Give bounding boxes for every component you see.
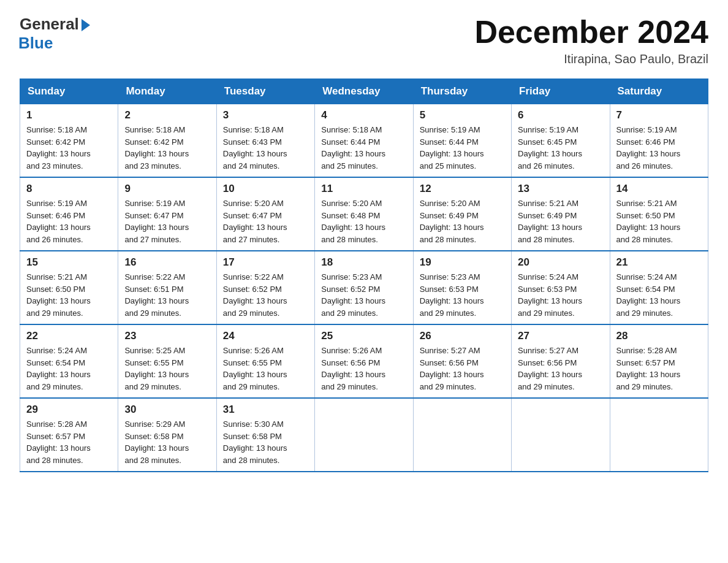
day-number: 21 [616, 256, 702, 269]
day-info: Sunrise: 5:18 AM Sunset: 6:42 PM Dayligh… [26, 124, 112, 172]
logo-arrow-icon [82, 19, 90, 31]
day-info: Sunrise: 5:22 AM Sunset: 6:52 PM Dayligh… [223, 271, 308, 319]
day-number: 18 [321, 256, 406, 269]
day-number: 16 [124, 256, 210, 269]
day-number: 31 [223, 404, 308, 416]
month-title: December 2024 [474, 15, 708, 50]
day-info: Sunrise: 5:19 AM Sunset: 6:46 PM Dayligh… [616, 124, 702, 172]
calendar-cell [413, 398, 511, 472]
day-number: 4 [321, 109, 406, 121]
day-number: 2 [124, 109, 210, 121]
day-info: Sunrise: 5:21 AM Sunset: 6:50 PM Dayligh… [616, 197, 702, 245]
day-number: 20 [518, 256, 603, 269]
calendar-cell: 14 Sunrise: 5:21 AM Sunset: 6:50 PM Dayl… [610, 177, 708, 251]
calendar-cell [512, 398, 610, 472]
day-info: Sunrise: 5:19 AM Sunset: 6:46 PM Dayligh… [26, 197, 112, 245]
calendar-cell: 27 Sunrise: 5:27 AM Sunset: 6:56 PM Dayl… [512, 324, 610, 398]
calendar-cell: 2 Sunrise: 5:18 AM Sunset: 6:42 PM Dayli… [118, 104, 216, 178]
calendar-cell: 31 Sunrise: 5:30 AM Sunset: 6:58 PM Dayl… [216, 398, 314, 472]
day-info: Sunrise: 5:27 AM Sunset: 6:56 PM Dayligh… [420, 345, 505, 393]
day-info: Sunrise: 5:25 AM Sunset: 6:55 PM Dayligh… [124, 345, 210, 393]
calendar-cell: 12 Sunrise: 5:20 AM Sunset: 6:49 PM Dayl… [413, 177, 511, 251]
day-number: 14 [616, 183, 702, 195]
calendar-cell: 20 Sunrise: 5:24 AM Sunset: 6:53 PM Dayl… [512, 251, 610, 324]
calendar-cell [315, 398, 413, 472]
day-info: Sunrise: 5:24 AM Sunset: 6:54 PM Dayligh… [616, 271, 702, 319]
calendar-cell: 23 Sunrise: 5:25 AM Sunset: 6:55 PM Dayl… [118, 324, 216, 398]
day-info: Sunrise: 5:20 AM Sunset: 6:49 PM Dayligh… [420, 197, 505, 245]
calendar-cell: 29 Sunrise: 5:28 AM Sunset: 6:57 PM Dayl… [20, 398, 118, 472]
calendar-header-sunday: Sunday [20, 79, 118, 104]
calendar-cell: 9 Sunrise: 5:19 AM Sunset: 6:47 PM Dayli… [118, 177, 216, 251]
calendar-week-row: 29 Sunrise: 5:28 AM Sunset: 6:57 PM Dayl… [20, 398, 708, 472]
day-info: Sunrise: 5:20 AM Sunset: 6:47 PM Dayligh… [223, 197, 308, 245]
day-info: Sunrise: 5:19 AM Sunset: 6:44 PM Dayligh… [420, 124, 505, 172]
calendar-week-row: 15 Sunrise: 5:21 AM Sunset: 6:50 PM Dayl… [20, 251, 708, 324]
calendar-cell: 22 Sunrise: 5:24 AM Sunset: 6:54 PM Dayl… [20, 324, 118, 398]
calendar-cell: 4 Sunrise: 5:18 AM Sunset: 6:44 PM Dayli… [315, 104, 413, 178]
day-info: Sunrise: 5:26 AM Sunset: 6:55 PM Dayligh… [223, 345, 308, 393]
day-number: 19 [420, 256, 505, 269]
day-number: 8 [26, 183, 112, 195]
day-number: 5 [420, 109, 505, 121]
calendar-cell: 5 Sunrise: 5:19 AM Sunset: 6:44 PM Dayli… [413, 104, 511, 178]
day-number: 24 [223, 330, 308, 342]
day-number: 6 [518, 109, 603, 121]
calendar-cell: 13 Sunrise: 5:21 AM Sunset: 6:49 PM Dayl… [512, 177, 610, 251]
day-number: 1 [26, 109, 112, 121]
logo-general-text: General [20, 15, 79, 34]
calendar-cell: 17 Sunrise: 5:22 AM Sunset: 6:52 PM Dayl… [216, 251, 314, 324]
calendar-cell: 26 Sunrise: 5:27 AM Sunset: 6:56 PM Dayl… [413, 324, 511, 398]
calendar-cell: 19 Sunrise: 5:23 AM Sunset: 6:53 PM Dayl… [413, 251, 511, 324]
calendar-header-wednesday: Wednesday [315, 79, 413, 104]
day-info: Sunrise: 5:18 AM Sunset: 6:44 PM Dayligh… [321, 124, 406, 172]
day-number: 26 [420, 330, 505, 342]
day-info: Sunrise: 5:23 AM Sunset: 6:52 PM Dayligh… [321, 271, 406, 319]
day-number: 13 [518, 183, 603, 195]
page-header: General Blue December 2024 Itirapina, Sa… [20, 15, 708, 66]
day-number: 12 [420, 183, 505, 195]
day-info: Sunrise: 5:26 AM Sunset: 6:56 PM Dayligh… [321, 345, 406, 393]
day-info: Sunrise: 5:28 AM Sunset: 6:57 PM Dayligh… [616, 345, 702, 393]
day-number: 30 [124, 404, 210, 416]
day-number: 17 [223, 256, 308, 269]
logo: General Blue [20, 15, 90, 53]
calendar-cell: 3 Sunrise: 5:18 AM Sunset: 6:43 PM Dayli… [216, 104, 314, 178]
calendar-cell: 11 Sunrise: 5:20 AM Sunset: 6:48 PM Dayl… [315, 177, 413, 251]
day-info: Sunrise: 5:18 AM Sunset: 6:43 PM Dayligh… [223, 124, 308, 172]
calendar-header-saturday: Saturday [610, 79, 708, 104]
day-number: 27 [518, 330, 603, 342]
day-info: Sunrise: 5:21 AM Sunset: 6:50 PM Dayligh… [26, 271, 112, 319]
calendar-header-row: SundayMondayTuesdayWednesdayThursdayFrid… [20, 79, 708, 104]
day-info: Sunrise: 5:20 AM Sunset: 6:48 PM Dayligh… [321, 197, 406, 245]
day-info: Sunrise: 5:24 AM Sunset: 6:54 PM Dayligh… [26, 345, 112, 393]
calendar-cell: 7 Sunrise: 5:19 AM Sunset: 6:46 PM Dayli… [610, 104, 708, 178]
day-info: Sunrise: 5:19 AM Sunset: 6:47 PM Dayligh… [124, 197, 210, 245]
calendar-cell [610, 398, 708, 472]
day-info: Sunrise: 5:30 AM Sunset: 6:58 PM Dayligh… [223, 418, 308, 466]
calendar-header-thursday: Thursday [413, 79, 511, 104]
calendar-header-tuesday: Tuesday [216, 79, 314, 104]
day-number: 22 [26, 330, 112, 342]
calendar-header-friday: Friday [512, 79, 610, 104]
calendar-header-monday: Monday [118, 79, 216, 104]
title-block: December 2024 Itirapina, Sao Paulo, Braz… [474, 15, 708, 66]
day-info: Sunrise: 5:27 AM Sunset: 6:56 PM Dayligh… [518, 345, 603, 393]
day-number: 25 [321, 330, 406, 342]
calendar-cell: 10 Sunrise: 5:20 AM Sunset: 6:47 PM Dayl… [216, 177, 314, 251]
calendar-week-row: 22 Sunrise: 5:24 AM Sunset: 6:54 PM Dayl… [20, 324, 708, 398]
calendar-cell: 15 Sunrise: 5:21 AM Sunset: 6:50 PM Dayl… [20, 251, 118, 324]
day-info: Sunrise: 5:29 AM Sunset: 6:58 PM Dayligh… [124, 418, 210, 466]
calendar-cell: 30 Sunrise: 5:29 AM Sunset: 6:58 PM Dayl… [118, 398, 216, 472]
day-info: Sunrise: 5:22 AM Sunset: 6:51 PM Dayligh… [124, 271, 210, 319]
calendar-cell: 21 Sunrise: 5:24 AM Sunset: 6:54 PM Dayl… [610, 251, 708, 324]
calendar-table: SundayMondayTuesdayWednesdayThursdayFrid… [20, 79, 708, 472]
day-info: Sunrise: 5:24 AM Sunset: 6:53 PM Dayligh… [518, 271, 603, 319]
day-number: 11 [321, 183, 406, 195]
day-number: 23 [124, 330, 210, 342]
calendar-cell: 1 Sunrise: 5:18 AM Sunset: 6:42 PM Dayli… [20, 104, 118, 178]
calendar-cell: 18 Sunrise: 5:23 AM Sunset: 6:52 PM Dayl… [315, 251, 413, 324]
day-number: 10 [223, 183, 308, 195]
day-number: 3 [223, 109, 308, 121]
day-number: 15 [26, 256, 112, 269]
